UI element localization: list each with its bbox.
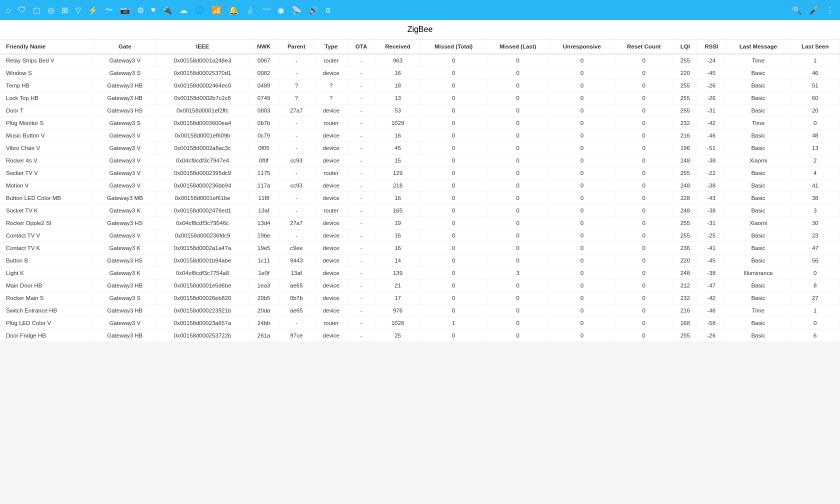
col-header-last-seen[interactable]: Last Seen	[790, 40, 840, 54]
table-header-row: Friendly NameGateIEEENWKParentTypeOTARec…	[0, 40, 840, 54]
bell-icon[interactable]: 🔔	[228, 6, 238, 15]
cell-19-15: 27	[790, 292, 840, 304]
col-header-type[interactable]: Type	[314, 40, 348, 54]
cell-5-4: -	[278, 117, 314, 130]
grid-icon[interactable]: ⊞	[62, 6, 68, 15]
col-header-rssi[interactable]: RSSI	[697, 40, 726, 54]
col-header-unresponsive[interactable]: Unresponsive	[550, 40, 614, 54]
cell-15-6: -	[348, 242, 374, 254]
droplet-icon[interactable]: 💧	[246, 6, 256, 15]
cell-17-6: -	[348, 267, 374, 280]
cell-10-10: 0	[550, 180, 614, 192]
cell-19-2: 0x00158d00026eb820	[156, 292, 249, 304]
col-header-missed--last-[interactable]: Missed (Last)	[486, 40, 550, 54]
lightning-icon[interactable]: ⚡	[88, 6, 98, 15]
table-row: Light KGateway3 K0x04cf8cdf3c7754a81e0f1…	[0, 267, 840, 280]
cell-2-9: 0	[486, 80, 550, 92]
cell-11-2: 0x00158d0001ef61be	[156, 192, 249, 204]
globe-icon[interactable]: 🌐	[194, 6, 204, 15]
more-vert-icon[interactable]: ⋮	[826, 6, 834, 15]
cell-19-14: Basic	[726, 292, 790, 304]
radio-icon[interactable]: ◉	[278, 6, 284, 15]
table-row: Motion VGateway3 V0x00158d000236bb94117a…	[0, 180, 840, 192]
col-header-ota[interactable]: OTA	[348, 40, 374, 54]
col-header-nwk[interactable]: NWK	[249, 40, 278, 54]
cell-11-11: 0	[614, 192, 674, 204]
cell-7-2: 0x00158d0002a8ac3c	[156, 142, 249, 154]
activity-icon[interactable]: 〰	[262, 6, 270, 14]
cell-5-11: 0	[614, 117, 674, 130]
cell-15-14: Basic	[726, 242, 790, 254]
cell-4-13: -31	[697, 104, 726, 117]
cell-20-11: 0	[614, 304, 674, 317]
gear-icon[interactable]: ⚙	[137, 6, 144, 15]
cell-22-14: Basic	[726, 330, 790, 342]
cell-9-13: -22	[697, 167, 726, 180]
cell-14-14: Basic	[726, 230, 790, 242]
col-header-parent[interactable]: Parent	[278, 40, 314, 54]
cell-21-0: Plug LED Color V	[0, 317, 94, 330]
cell-22-8: 0	[421, 330, 486, 342]
col-header-last-message[interactable]: Last Message	[726, 40, 790, 54]
zigbee-table: Friendly NameGateIEEENWKParentTypeOTARec…	[0, 40, 840, 342]
cell-22-9: 0	[486, 330, 550, 342]
cell-1-3: 0082	[249, 67, 278, 80]
col-header-missed--total-[interactable]: Missed (Total)	[421, 40, 486, 54]
cloud-icon[interactable]: ☁	[180, 6, 188, 15]
cell-7-0: Vibro Chair V	[0, 142, 94, 154]
heart-icon[interactable]: ♥	[151, 6, 156, 14]
wifi-icon[interactable]: 📶	[212, 6, 222, 15]
home-icon[interactable]: ⌂	[6, 6, 11, 14]
cell-21-5: router	[314, 317, 348, 330]
cell-20-6: -	[348, 304, 374, 317]
cell-22-13: -26	[697, 330, 726, 342]
broadcast-icon[interactable]: 📡	[292, 6, 302, 15]
cell-7-9: 0	[486, 142, 550, 154]
cell-22-1: Gateway3 HB	[94, 330, 156, 342]
col-header-ieee[interactable]: IEEE	[156, 40, 249, 54]
cell-5-2: 0x00158d0003600ea4	[156, 117, 249, 130]
filter-icon[interactable]: ▽	[75, 6, 81, 15]
square-icon[interactable]: ▢	[33, 6, 40, 15]
circle-icon[interactable]: ◎	[48, 6, 54, 15]
cell-14-3: 19be	[249, 230, 278, 242]
cell-17-12: 248	[674, 267, 697, 280]
cell-21-10: 0	[550, 317, 614, 330]
col-header-reset-count[interactable]: Reset Count	[614, 40, 674, 54]
plug-icon[interactable]: 🔌	[162, 6, 172, 15]
wifi-alt-icon[interactable]: 〜	[105, 5, 113, 16]
cell-6-10: 0	[550, 130, 614, 142]
col-header-friendly-name[interactable]: Friendly Name	[0, 40, 94, 54]
col-header-lqi[interactable]: LQI	[674, 40, 697, 54]
antenna-icon[interactable]: 🔊	[308, 6, 318, 15]
cell-1-11: 0	[614, 67, 674, 80]
camera-icon[interactable]: 📷	[120, 6, 130, 15]
cell-0-10: 0	[550, 54, 614, 67]
shield-icon[interactable]: 🛡	[18, 6, 26, 14]
cell-18-15: 8	[790, 280, 840, 292]
col-header-gate[interactable]: Gate	[94, 40, 156, 54]
cell-19-9: 0	[486, 292, 550, 304]
col-header-received[interactable]: Received	[374, 40, 421, 54]
cell-1-14: Basic	[726, 67, 790, 80]
table-row: Rocker Opple2 StGateway3 HS0x04cf8cdf3c7…	[0, 217, 840, 230]
cell-7-14: Basic	[726, 142, 790, 154]
cell-10-6: -	[348, 180, 374, 192]
cell-18-5: device	[314, 280, 348, 292]
mic-icon[interactable]: 🎤	[809, 6, 819, 15]
cell-4-14: Basic	[726, 104, 790, 117]
cell-11-8: 0	[421, 192, 486, 204]
cell-9-6: -	[348, 167, 374, 180]
cell-8-8: 0	[421, 154, 486, 167]
cell-1-12: 220	[674, 67, 697, 80]
cell-0-6: -	[348, 54, 374, 67]
cell-17-13: -38	[697, 267, 726, 280]
table-row: Door Fridge HBGateway3 HB0x00158d0002537…	[0, 330, 840, 342]
alpha-icon[interactable]: α	[326, 6, 330, 14]
table-row: Window SGateway3 S0x00158d00025370d10082…	[0, 67, 840, 80]
cell-13-4: 27a7	[278, 217, 314, 230]
search-icon[interactable]: 🔍	[792, 6, 802, 15]
cell-8-14: Xiaomi	[726, 154, 790, 167]
cell-13-9: 0	[486, 217, 550, 230]
cell-19-5: device	[314, 292, 348, 304]
